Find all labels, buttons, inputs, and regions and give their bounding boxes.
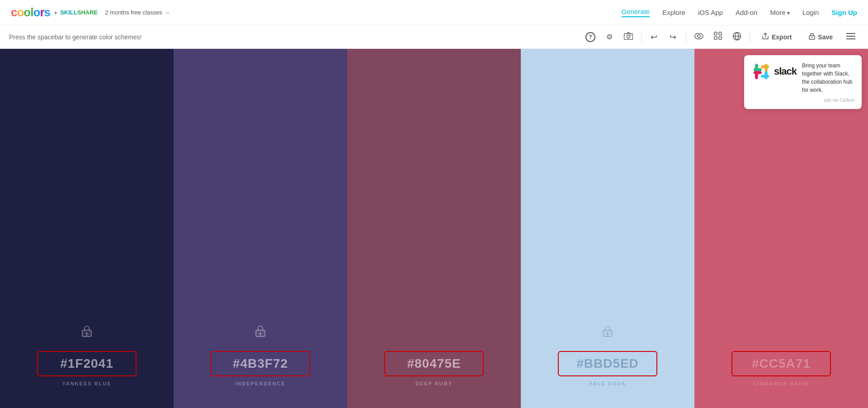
redo-button[interactable]: ↪ — [665, 29, 681, 45]
colorblind-button[interactable] — [729, 29, 745, 45]
svg-rect-26 — [754, 68, 762, 71]
svg-point-3 — [695, 33, 703, 39]
share-icon — [762, 33, 769, 41]
grid-icon — [714, 32, 722, 42]
svg-point-12 — [811, 37, 812, 38]
ad-footer: ads via Carbon — [751, 98, 854, 103]
color-swatch-1[interactable]: #4B3F72 INDEPENDENCE — [174, 49, 347, 408]
svg-point-4 — [698, 35, 700, 38]
nav-explore[interactable]: Explore — [662, 9, 685, 16]
skillshare-label[interactable]: SKILLSHARE — [60, 9, 98, 16]
nav-generate[interactable]: Generate — [622, 8, 650, 17]
color-name-3: PALE AQUA — [589, 381, 626, 386]
logo-area: coolors + SKILLSHARE 2 months free class… — [11, 5, 170, 19]
undo-button[interactable]: ↩ — [646, 29, 662, 45]
color-hex-value-2: #80475E — [407, 356, 461, 370]
nav-signup[interactable]: Sign Up — [831, 9, 857, 16]
plus-skillshare: + SKILLSHARE — [54, 9, 98, 16]
svg-rect-28 — [761, 65, 769, 68]
hamburger-icon — [846, 32, 855, 42]
view-toggle-button[interactable] — [691, 29, 707, 45]
svg-point-1 — [627, 35, 630, 38]
toolbar-divider-1 — [641, 32, 642, 43]
color-hex-box-3[interactable]: #BBD5ED — [558, 351, 657, 376]
nav-more-dropdown[interactable]: More — [770, 9, 789, 16]
save-label: Save — [818, 33, 833, 41]
undo-icon: ↩ — [651, 32, 657, 42]
color-hex-box-0[interactable]: #1F2041 — [37, 351, 137, 376]
color-name-1: INDEPENDENCE — [235, 381, 285, 386]
toolbar: Press the spacebar to generate color sch… — [0, 25, 868, 49]
toolbar-divider-3 — [750, 32, 750, 43]
toolbar-divider-2 — [686, 32, 686, 43]
lock-icon-1[interactable] — [255, 325, 266, 340]
palette-container: #1F2041 YANKEES BLUE #4B3F72 INDEPENDENC… — [0, 49, 868, 408]
color-hex-value-1: #4B3F72 — [233, 356, 288, 370]
spacebar-hint: Press the spacebar to generate color sch… — [9, 33, 575, 41]
toolbar-icons: ? ⚙ ↩ ↪ — [582, 29, 859, 45]
free-classes-arrow-icon: → — [164, 9, 170, 16]
color-hex-box-2[interactable]: #80475E — [384, 351, 484, 376]
color-hex-value-3: #BBD5ED — [576, 356, 639, 370]
lock-icon-0[interactable] — [81, 325, 92, 340]
color-name-4: CINNAMON SATIN — [753, 381, 809, 386]
color-hex-box-4[interactable]: #CC5A71 — [731, 351, 831, 376]
free-classes-text: 2 months free classes — [105, 9, 162, 16]
svg-rect-7 — [714, 37, 717, 39]
question-icon: ? — [585, 32, 595, 42]
ad-text: Bring your team together with Slack, the… — [802, 62, 854, 94]
settings-button[interactable]: ⚙ — [601, 29, 618, 45]
gear-icon: ⚙ — [606, 33, 613, 41]
color-name-0: YANKEES BLUE — [62, 381, 111, 386]
eye-icon — [694, 33, 703, 41]
svg-rect-32 — [761, 75, 769, 78]
svg-rect-5 — [714, 32, 717, 35]
chevron-down-icon — [787, 9, 790, 16]
top-banner: coolors + SKILLSHARE 2 months free class… — [0, 0, 868, 25]
help-button[interactable]: ? — [582, 29, 599, 45]
nav-more-label: More — [770, 9, 785, 16]
main-nav: Generate Explore iOS App Add-on More Log… — [622, 8, 857, 17]
hamburger-menu-button[interactable] — [843, 29, 859, 45]
color-hex-box-1[interactable]: #4B3F72 — [211, 351, 310, 376]
color-hex-value-0: #1F2041 — [60, 356, 113, 370]
nav-ios-app[interactable]: iOS App — [698, 9, 723, 16]
grid-view-button[interactable] — [710, 29, 726, 45]
redo-icon: ↪ — [670, 32, 676, 42]
lock-icon-3[interactable] — [602, 325, 613, 340]
color-swatch-0[interactable]: #1F2041 YANKEES BLUE — [0, 49, 174, 408]
ad-card[interactable]: slack Bring your team together with Slac… — [744, 55, 862, 109]
save-lock-icon — [809, 33, 815, 41]
ad-card-body: slack Bring your team together with Slac… — [751, 62, 854, 94]
color-name-2: DEEP RUBY — [415, 381, 453, 386]
svg-rect-2 — [630, 35, 632, 36]
plus-sign: + — [54, 9, 57, 16]
export-label: Export — [772, 33, 792, 41]
svg-rect-30 — [754, 71, 762, 74]
save-button[interactable]: Save — [802, 30, 840, 44]
nav-login[interactable]: Login — [802, 9, 819, 16]
color-swatch-3[interactable]: #BBD5ED PALE AQUA — [521, 49, 694, 408]
svg-rect-8 — [719, 37, 722, 39]
colorblind-icon — [732, 32, 741, 43]
color-swatch-2[interactable]: #80475E DEEP RUBY — [347, 49, 521, 408]
free-classes-promo[interactable]: 2 months free classes → — [105, 9, 170, 16]
svg-rect-6 — [719, 32, 722, 35]
color-hex-value-4: #CC5A71 — [752, 356, 811, 370]
coolors-logo[interactable]: coolors — [11, 5, 50, 19]
slack-logo-area: slack — [751, 62, 797, 81]
camera-icon — [624, 32, 633, 42]
camera-button[interactable] — [620, 29, 637, 45]
nav-add-on[interactable]: Add-on — [736, 9, 757, 16]
svg-rect-0 — [624, 34, 632, 40]
export-button[interactable]: Export — [755, 30, 799, 44]
